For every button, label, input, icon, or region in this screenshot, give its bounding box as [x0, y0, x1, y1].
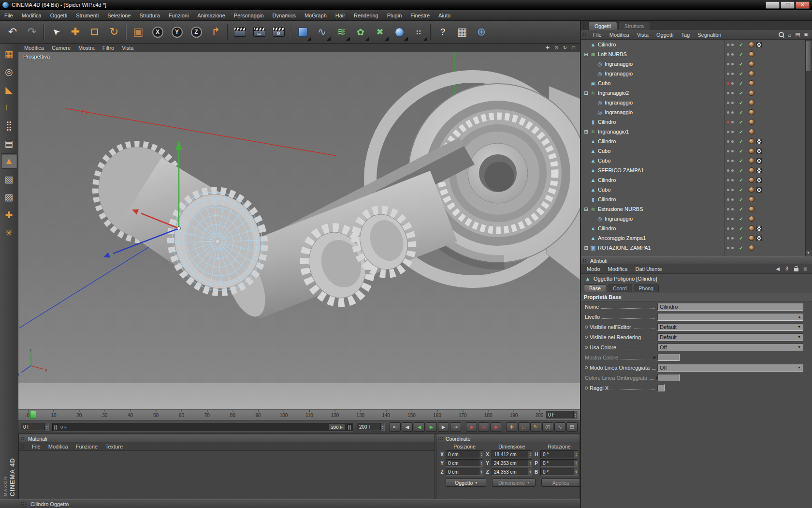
anim-dot-icon[interactable] [585, 387, 588, 389]
keyframe-selection-button[interactable]: ◉ [490, 422, 501, 432]
enable-check-icon[interactable]: ✓ [739, 139, 743, 144]
object-item-estrusione-nurbs[interactable]: ⊟≋Estrusione NURBS✓ [581, 204, 812, 214]
polygons-mode-button[interactable]: ▲ [1, 153, 17, 169]
uvw-tag-icon[interactable] [756, 226, 762, 231]
visibility-dots[interactable] [726, 227, 735, 230]
stepper-icon[interactable]: ▴▾ [573, 411, 577, 418]
enable-check-icon[interactable]: ✓ [739, 81, 743, 86]
attr-menu-modifica[interactable]: Modifica [604, 265, 632, 273]
visibility-dots[interactable] [726, 218, 735, 220]
enable-check-icon[interactable]: ✓ [739, 236, 743, 241]
enable-check-icon[interactable]: ✓ [739, 178, 743, 183]
zoom-view-icon[interactable]: ⊙ [552, 44, 561, 51]
x-axis-lock[interactable]: X [148, 22, 167, 42]
content-browser-button[interactable]: ▦ [452, 22, 472, 42]
viewport-menu-modifica[interactable]: Modifica [20, 45, 48, 51]
materials-list-area[interactable] [19, 451, 435, 498]
coord-field-pos-z[interactable]: 0 cm▴▾ [446, 468, 483, 476]
object-item-ingranaggio[interactable]: ◎Ingranaggio✓ [581, 107, 812, 117]
visibility-dots[interactable] [726, 169, 735, 172]
material-tag-icon[interactable] [749, 148, 754, 154]
object-item-loft-nurbs[interactable]: ⊟≋Loft NURBS✓ [581, 49, 812, 59]
object-item-cubo[interactable]: ▲Cubo✓ [581, 156, 812, 165]
expand-toggle-icon[interactable]: ⊞ [583, 245, 589, 251]
panel-grip-icon[interactable] [20, 436, 25, 441]
om-menu-vista[interactable]: Vista [633, 31, 652, 39]
object-item-cilindro[interactable]: ▲Cilindro✓ [581, 224, 812, 233]
coord-field-rot-h[interactable]: 0 °▴▾ [540, 450, 578, 458]
uvw-tag-icon[interactable] [756, 236, 762, 241]
viewport-3d-scene[interactable]: y x z [18, 52, 580, 409]
stepper-icon[interactable]: ▴▾ [574, 468, 578, 475]
object-mode-button[interactable]: ▧ [1, 171, 17, 187]
enable-check-icon[interactable]: ✓ [739, 149, 743, 154]
goto-end-button[interactable]: ⇥ [450, 422, 461, 432]
coordinate-box-tool[interactable]: ▣ [129, 22, 148, 42]
material-tag-icon[interactable] [749, 109, 754, 115]
object-item-cilindro[interactable]: ▲Cilindro✓ [581, 175, 812, 185]
om-menu-oggetti[interactable]: Oggetti [652, 31, 677, 39]
menu-mograph[interactable]: MoGraph [300, 11, 331, 20]
enable-check-icon[interactable]: ✓ [739, 226, 743, 231]
stepper-icon[interactable]: ▴▾ [479, 460, 483, 466]
detach-panel-icon[interactable]: ▣ [802, 31, 810, 38]
enable-check-icon[interactable]: ✓ [739, 42, 743, 47]
material-tag-icon[interactable] [749, 167, 754, 173]
materials-menu-texture[interactable]: Texture [102, 443, 127, 450]
timeline-range-slider[interactable]: 0 F 200 F [52, 423, 353, 432]
enable-check-icon[interactable]: ✓ [739, 158, 743, 164]
expand-toggle-icon[interactable]: ⊟ [583, 90, 589, 96]
coord-field-dim-y[interactable]: 24.353 cm▴▾ [492, 459, 532, 467]
enable-check-icon[interactable]: ✓ [739, 61, 743, 67]
enable-check-icon[interactable]: ✓ [739, 216, 743, 222]
object-item-ingranaggio[interactable]: ◎Ingranaggio✓ [581, 69, 812, 78]
enable-check-icon[interactable]: ✓ [739, 129, 743, 134]
menu-hair[interactable]: Hair [331, 11, 349, 20]
menu-finestre[interactable]: Finestre [406, 11, 434, 20]
scale-tool[interactable] [85, 22, 104, 42]
tab-struttura[interactable]: Struttura [618, 22, 650, 30]
object-item-ingranaggio2[interactable]: ⊟≋Ingranaggio2✓ [581, 88, 812, 98]
menu-struttura[interactable]: Struttura [135, 11, 164, 20]
object-item-ingranaggio[interactable]: ◎Ingranaggio✓ [581, 59, 812, 69]
mini-arrow-icon[interactable]: ▸ [798, 314, 801, 319]
play-backward-button[interactable]: ◀ [414, 422, 425, 432]
render-settings-button[interactable]: ⚙ [269, 22, 288, 42]
object-item-cubo[interactable]: ▲Cubo✓ [581, 146, 812, 156]
stepper-icon[interactable]: ▴▾ [479, 451, 483, 458]
model-mode-button[interactable]: ◎ [1, 64, 17, 79]
viewport-canvas[interactable]: y x z Prospettiva [18, 52, 580, 409]
enable-check-icon[interactable]: ✓ [739, 168, 743, 173]
panel-grip-icon[interactable] [582, 23, 587, 29]
uvw-tag-icon[interactable] [756, 158, 762, 164]
snap-settings-button[interactable]: ✳ [1, 225, 17, 240]
online-updater-button[interactable]: ⊕ [472, 22, 491, 42]
menu-oggetti[interactable]: Oggetti [46, 11, 72, 20]
attr-menu-dati-utente[interactable]: Dati Utente [632, 265, 666, 273]
uvw-tag-icon[interactable] [756, 139, 762, 144]
menu-funzioni[interactable]: Funzioni [164, 11, 193, 20]
y-axis-lock[interactable]: Y [167, 22, 187, 42]
material-tag-icon[interactable] [749, 71, 754, 76]
add-scene-button[interactable] [390, 22, 409, 42]
current-frame-field[interactable]: 0 F ▴▾ [546, 411, 578, 419]
timeline-playhead[interactable] [30, 411, 36, 419]
expand-arrow-icon[interactable]: ▶ [653, 355, 656, 359]
enable-check-icon[interactable]: ✓ [739, 100, 743, 105]
attr-dropdown-visibile-editor[interactable]: Default▼ [657, 323, 803, 331]
visibility-dots[interactable] [726, 111, 735, 114]
attr-dropdown-modo-linea-ombreggiata[interactable]: Off▼ [657, 364, 803, 372]
prev-key-button[interactable]: ◀ [402, 422, 413, 432]
record-parameter-toggle[interactable]: Ⓟ [542, 422, 553, 432]
workplane-mode-button[interactable]: ∟ [1, 100, 17, 115]
material-tag-icon[interactable] [749, 80, 754, 86]
frame-start-field[interactable]: 0 F ▴▾ [21, 423, 49, 431]
attr-input-livello[interactable]: ▸ [657, 313, 803, 321]
add-deformer-button[interactable]: ✖ [370, 22, 390, 42]
uvw-tag-icon[interactable] [756, 149, 762, 154]
coord-field-rot-b[interactable]: 0 °▴▾ [540, 468, 578, 476]
materials-menu-file[interactable]: File [28, 443, 44, 450]
anim-dot-icon[interactable] [585, 346, 588, 349]
coord-field-dim-z[interactable]: 24.353 cm▴▾ [492, 468, 532, 476]
material-tag-icon[interactable] [749, 129, 754, 134]
